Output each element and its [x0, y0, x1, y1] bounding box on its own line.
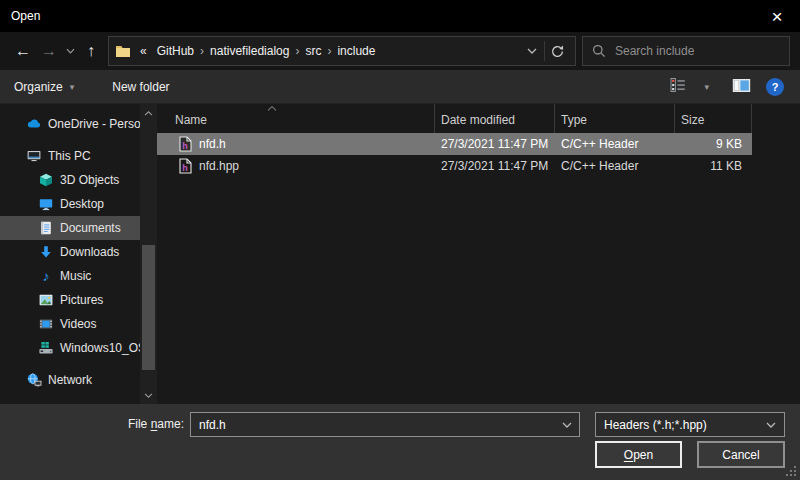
sidebar-item-desktop[interactable]: Desktop: [0, 192, 140, 216]
column-header-size[interactable]: Size: [675, 104, 752, 133]
chevron-down-icon: ▾: [70, 82, 75, 92]
column-header-type[interactable]: Type: [555, 104, 675, 133]
file-size-cell: 11 KB: [675, 159, 752, 173]
file-type-cell: C/C++ Header: [555, 159, 675, 173]
up-arrow-icon: ↑: [87, 42, 95, 59]
svg-text:h: h: [182, 163, 188, 173]
button-label: pen: [633, 448, 653, 462]
refresh-button[interactable]: [545, 37, 569, 65]
sidebar-item-pictures[interactable]: Pictures: [0, 288, 140, 312]
details-view-button[interactable]: [670, 78, 689, 95]
sidebar-item-music[interactable]: ♪ Music: [0, 264, 140, 288]
this-pc-icon: [26, 148, 42, 164]
open-file-dialog: Open × ← → ↑ « GitHub › nativefiledialog…: [0, 0, 800, 480]
column-header-date-modified[interactable]: Date modified: [435, 104, 555, 133]
folder-icon: [115, 44, 131, 58]
label-text: ame:: [157, 417, 184, 431]
sidebar-item-network[interactable]: Network: [0, 368, 140, 392]
details-view-icon: [670, 78, 689, 92]
header-file-icon: h: [179, 136, 192, 152]
chevron-down-icon: [66, 48, 75, 54]
file-row[interactable]: h nfd.hpp 27/3/2021 11:47 PM C/C++ Heade…: [157, 155, 752, 177]
downloads-icon: [38, 244, 54, 260]
breadcrumb-item[interactable]: GitHub: [152, 44, 199, 58]
file-date-cell: 27/3/2021 11:47 PM: [435, 137, 555, 151]
column-label: Date modified: [441, 113, 515, 127]
footer: File name: Headers (*.h;*.hpp) Open Canc…: [0, 404, 800, 480]
sidebar-item-3d-objects[interactable]: 3D Objects: [0, 168, 140, 192]
column-label: Type: [561, 113, 587, 127]
navigation-bar: ← → ↑ « GitHub › nativefiledialog › src …: [0, 32, 800, 70]
column-header-extra: [752, 104, 800, 133]
preview-pane-icon: [732, 78, 751, 93]
breadcrumb-item[interactable]: nativefiledialog: [205, 44, 294, 58]
breadcrumb-overflow[interactable]: «: [135, 44, 152, 58]
preview-pane-button[interactable]: [732, 78, 751, 96]
search-input[interactable]: [615, 44, 780, 58]
file-name-input[interactable]: [190, 412, 580, 437]
close-button[interactable]: ×: [754, 0, 800, 32]
sidebar-item-onedrive[interactable]: OneDrive - Persor: [0, 112, 140, 136]
file-size-cell: 9 KB: [675, 137, 752, 151]
file-type-value: Headers (*.h;*.hpp): [604, 418, 707, 432]
3d-objects-icon: [38, 172, 54, 188]
button-label: Cancel: [722, 448, 759, 462]
sidebar-item-label: Videos: [60, 317, 96, 331]
file-row[interactable]: h nfd.h 27/3/2021 11:47 PM C/C++ Header …: [157, 133, 752, 155]
music-note-icon: ♪: [38, 268, 54, 284]
up-button[interactable]: ↑: [78, 42, 104, 60]
browser-area: OneDrive - Persor This PC 3D Objects Des…: [0, 104, 800, 404]
sidebar-item-label: Pictures: [60, 293, 103, 307]
breadcrumb-item[interactable]: src: [300, 44, 326, 58]
button-mnemonic: O: [624, 448, 633, 462]
help-button[interactable]: ?: [766, 78, 784, 96]
chevron-down-icon: ▾: [704, 82, 709, 92]
resize-grip[interactable]: [786, 466, 797, 477]
help-icon: ?: [766, 78, 784, 96]
search-icon: [592, 44, 606, 58]
sidebar-item-label: Network: [48, 373, 92, 387]
forward-button[interactable]: →: [36, 42, 62, 60]
title-bar: Open ×: [0, 0, 800, 32]
previous-locations-button[interactable]: [520, 37, 544, 65]
back-arrow-icon: ←: [15, 42, 31, 59]
address-bar: « GitHub › nativefiledialog › src › incl…: [108, 36, 576, 66]
new-folder-button[interactable]: New folder: [112, 80, 169, 94]
file-type-cell: C/C++ Header: [555, 137, 675, 151]
sidebar-item-label: Windows10_OS (: [60, 341, 140, 355]
file-name: nfd.h: [199, 137, 226, 151]
sidebar-item-windows10-os[interactable]: Windows10_OS (: [0, 336, 140, 360]
breadcrumb-item[interactable]: include: [332, 44, 380, 58]
file-name-label: File name:: [0, 417, 184, 431]
close-icon: ×: [771, 7, 782, 26]
file-name-cell: h nfd.h: [157, 136, 435, 152]
onedrive-icon: [26, 116, 42, 132]
scroll-down-button[interactable]: [140, 388, 157, 402]
back-button[interactable]: ←: [10, 42, 36, 60]
cancel-button[interactable]: Cancel: [697, 441, 785, 468]
scrollbar-thumb[interactable]: [142, 245, 155, 370]
sidebar-item-this-pc[interactable]: This PC: [0, 144, 140, 168]
column-header-name[interactable]: Name: [157, 104, 435, 133]
chevron-up-icon: [144, 111, 153, 116]
views-dropdown-button[interactable]: ▾: [704, 82, 709, 92]
sidebar-item-label: Desktop: [60, 197, 104, 211]
sidebar-item-label: Documents: [60, 221, 121, 235]
videos-icon: [38, 316, 54, 332]
drive-icon: [38, 340, 54, 356]
scroll-up-button[interactable]: [140, 106, 157, 120]
page-title: Open: [0, 9, 40, 23]
help-glyph: ?: [772, 81, 779, 93]
recent-locations-button[interactable]: [62, 48, 78, 54]
sidebar-scrollbar[interactable]: [140, 104, 157, 404]
column-headers: Name Date modified Type Size: [157, 104, 800, 133]
organize-button[interactable]: Organize ▾: [14, 80, 74, 94]
sidebar-item-documents[interactable]: Documents: [0, 216, 140, 240]
open-button[interactable]: Open: [595, 441, 682, 468]
file-type-select[interactable]: Headers (*.h;*.hpp): [595, 412, 785, 437]
sidebar-item-videos[interactable]: Videos: [0, 312, 140, 336]
pictures-icon: [38, 292, 54, 308]
sidebar-item-downloads[interactable]: Downloads: [0, 240, 140, 264]
command-toolbar: Organize ▾ New folder ▾: [0, 70, 800, 104]
forward-arrow-icon: →: [41, 42, 57, 59]
